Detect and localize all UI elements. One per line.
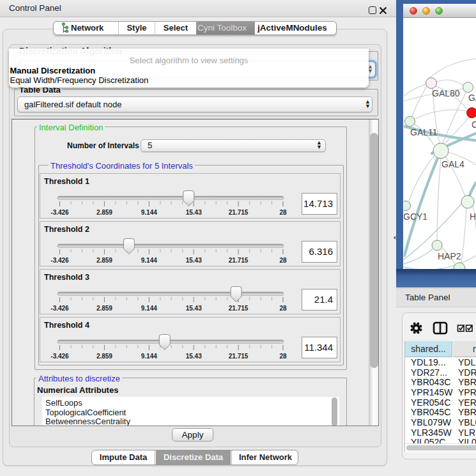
svg-text:15.43: 15.43 (186, 305, 202, 312)
svg-text:21.715: 21.715 (229, 209, 249, 216)
svg-text:9.144: 9.144 (141, 257, 157, 264)
svg-text:15.43: 15.43 (186, 257, 202, 264)
svg-text:GAL11: GAL11 (410, 127, 438, 137)
svg-text:21.715: 21.715 (229, 305, 249, 312)
svg-text:2.859: 2.859 (96, 209, 112, 216)
svg-text:9.144: 9.144 (141, 305, 157, 312)
svg-text:-3.426: -3.426 (50, 209, 69, 216)
svg-text:21.715: 21.715 (229, 353, 249, 360)
svg-text:-3.426: -3.426 (50, 257, 69, 264)
svg-text:GAL80: GAL80 (432, 88, 460, 98)
svg-text:H: H (470, 211, 476, 222)
svg-text:9.144: 9.144 (141, 353, 157, 360)
svg-text:-3.426: -3.426 (50, 353, 69, 360)
svg-text:2.859: 2.859 (96, 353, 112, 360)
svg-text:GA: GA (468, 93, 476, 103)
svg-text:15.43: 15.43 (186, 353, 202, 360)
svg-text:9.144: 9.144 (141, 209, 157, 216)
svg-text:2.859: 2.859 (96, 257, 112, 264)
svg-text:28: 28 (279, 257, 287, 264)
svg-text:21.715: 21.715 (229, 257, 249, 264)
svg-text:15.43: 15.43 (186, 209, 202, 216)
svg-text:28: 28 (279, 209, 287, 216)
svg-text:GAL4: GAL4 (441, 159, 464, 169)
svg-text:C: C (472, 119, 476, 130)
svg-text:2.859: 2.859 (96, 305, 112, 312)
svg-text:GCY1: GCY1 (404, 211, 427, 222)
svg-text:-3.426: -3.426 (50, 305, 69, 312)
svg-text:HAP2: HAP2 (438, 251, 461, 261)
svg-text:28: 28 (279, 305, 287, 312)
svg-text:28: 28 (279, 353, 287, 360)
